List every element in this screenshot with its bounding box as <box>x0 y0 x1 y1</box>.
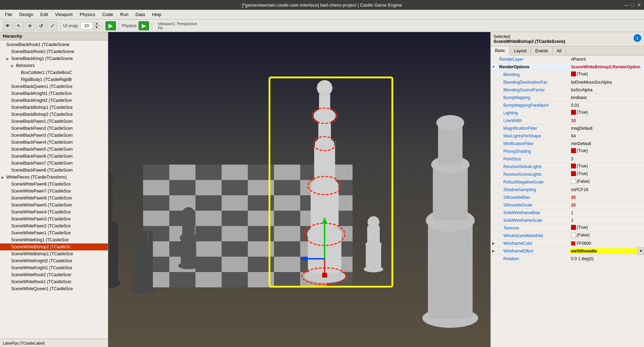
snap-up[interactable]: ▲ <box>94 22 99 26</box>
prop-row-6[interactable]: LineWidth10 <box>491 117 644 125</box>
tab-layout[interactable]: Layout <box>510 46 531 55</box>
renderoptions-expander[interactable]: ▼ <box>491 65 496 69</box>
prop-row-renderlayer[interactable]: RenderLayer rlParent <box>491 55 644 63</box>
minimize-button[interactable]: — <box>624 2 629 8</box>
prop-row-11[interactable]: PointSize3 <box>491 155 644 163</box>
prop-row-16[interactable]: SilhouetteBias20 <box>491 194 644 201</box>
hierarchy-item-19[interactable]: ▶WhitePieces (TCastleTransform) <box>0 174 108 181</box>
menu-edit[interactable]: Edit <box>37 11 51 18</box>
hierarchy-tree[interactable]: SceneBlackRook1 (TCastleSceneSceneBlackR… <box>0 40 108 339</box>
info-icon-button[interactable]: i <box>634 34 641 42</box>
snap-down[interactable]: ▼ <box>94 26 99 30</box>
hierarchy-item-9[interactable]: SceneBlackBishop1 (TCastleSce <box>0 104 108 111</box>
hierarchy-item-25[interactable]: SceneWhitePawn3 (TCastleSce <box>0 216 108 222</box>
hierarchy-item-31[interactable]: SceneWhiteKnight2 (TCastleSce <box>0 257 108 264</box>
properties-panel: Selected: SceneWhiteBishop2 (TCastleScen… <box>490 32 644 347</box>
hierarchy-item-27[interactable]: SceneWhitePawn1 (TCastleSce <box>0 229 108 236</box>
hierarchy-item-7[interactable]: SceneBlackKnight1 (TCastleSce <box>0 90 108 97</box>
hierarchy-item-35[interactable]: SceneWhiteQueen1 (TCastleSce <box>0 285 108 292</box>
tab-basic[interactable]: Basic <box>491 46 510 55</box>
prop-row-10[interactable]: PhongShading (True) <box>491 148 644 155</box>
svg-rect-3 <box>169 165 195 180</box>
menu-help[interactable]: Help <box>148 11 165 18</box>
rotate-button[interactable]: ↺ <box>36 21 46 30</box>
hierarchy-item-3[interactable]: ▶Behaviors <box>0 62 108 69</box>
prop-row-20[interactable]: Textures (True) <box>491 224 644 232</box>
scale-button[interactable]: ⤢ <box>47 21 57 30</box>
hierarchy-item-6[interactable]: SceneBlackQueen1 (TCastleSce <box>0 83 108 90</box>
physics-play-button[interactable]: ▶ <box>139 21 149 30</box>
hierarchy-item-18[interactable]: SceneBlackPawn8 (TCastleScen <box>0 167 108 174</box>
maximize-button[interactable]: □ <box>631 2 634 8</box>
prop-name-5: Lighting <box>496 110 570 116</box>
hierarchy-item-4[interactable]: BoxCollider1 (TCastleBoxC <box>0 69 108 76</box>
eye-button[interactable]: 👁 <box>3 21 13 30</box>
menu-file[interactable]: File <box>1 11 16 18</box>
hierarchy-item-26[interactable]: SceneWhitePawn2 (TCastleSce <box>0 222 108 229</box>
prop-row-21[interactable]: WholeSceneManifold (False) <box>491 232 644 240</box>
prop-row-2[interactable]: BlendingSourceFactorbsSrcAlpha <box>491 86 644 94</box>
hierarchy-item-32[interactable]: SceneWhiteKnight1 (TCastleSce <box>0 264 108 271</box>
hierarchy-item-0[interactable]: SceneBlackRook1 (TCastleScene <box>0 41 108 48</box>
close-button[interactable]: ✕ <box>637 2 641 8</box>
hierarchy-item-8[interactable]: SceneBlackKnight2 (TCastleSce <box>0 97 108 104</box>
prop-row-13[interactable]: ReceiveSceneLights (True) <box>491 171 644 178</box>
hierarchy-item-17[interactable]: SceneBlackPawn7 (TCastleScen <box>0 160 108 167</box>
hierarchy-item-23[interactable]: SceneWhitePawn5 (TCastleScer <box>0 202 108 209</box>
prop-row-19[interactable]: SolidWireframeScale1 <box>491 217 644 224</box>
prop-row-7[interactable]: MagnificationFiltermagDefault <box>491 125 644 132</box>
prop-row-0[interactable]: Blending (True) <box>491 71 644 78</box>
prop-tree[interactable]: RenderLayer rlParent ▼ RenderOptions Sce… <box>491 55 644 347</box>
prop-row-1[interactable]: BlendingDestinationFacbdOneMinusSrcAlpha <box>491 78 644 86</box>
menu-code[interactable]: Code <box>99 11 117 18</box>
prop-row-9[interactable]: MinificationFilterminDefault <box>491 140 644 148</box>
hierarchy-item-30[interactable]: SceneWhiteBishop1 (TCastleSce <box>0 250 108 257</box>
viewport-panel[interactable] <box>108 32 490 347</box>
prop-row-renderoptions[interactable]: ▼ RenderOptions SceneWhiteBishop2.Render… <box>491 63 644 71</box>
hierarchy-item-12[interactable]: SceneBlackPawn2 (TCastleScen <box>0 125 108 132</box>
hierarchy-item-20[interactable]: SceneWhitePawn8 (TCastleSce <box>0 181 108 188</box>
prop-row-4[interactable]: BumpMappingParallaxH0.01 <box>491 101 644 109</box>
prop-row-22[interactable]: ▶WireframeColorFF0600 <box>491 240 644 247</box>
prop-expander-23[interactable]: ▶ <box>491 249 496 253</box>
menu-data[interactable]: Data <box>132 11 148 18</box>
hierarchy-item-34[interactable]: SceneWhiteRook1 (TCastleScer <box>0 278 108 285</box>
menu-run[interactable]: Run <box>117 11 132 18</box>
menu-physics[interactable]: Physics <box>76 11 99 18</box>
move-button[interactable]: ✛ <box>25 21 35 30</box>
snap-input[interactable]: 10 <box>80 22 93 30</box>
menu-viewport[interactable]: Viewport <box>52 11 76 18</box>
hierarchy-item-1[interactable]: SceneBlackRook2 (TCastleScene <box>0 48 108 55</box>
prop-row-14[interactable]: RobustNegativeScale (False) <box>491 178 644 186</box>
prop-row-12[interactable]: ReceiveGlobalLights (True) <box>491 163 644 171</box>
hierarchy-item-21[interactable]: SceneWhitePawn7 (TCastleSce <box>0 188 108 195</box>
hierarchy-item-33[interactable]: SceneWhiteRook2 (TCastleScer <box>0 271 108 278</box>
hierarchy-item-10[interactable]: SceneBlackBishop2 (TCastleSce <box>0 111 108 118</box>
prop-row-18[interactable]: SolidWireframeBias1 <box>491 209 644 217</box>
hierarchy-item-11[interactable]: SceneBlackPawn1 (TCastleScen <box>0 118 108 125</box>
prop-row-5[interactable]: Lighting (True) <box>491 109 644 117</box>
dropdown-arrow[interactable]: ▼ <box>638 248 644 255</box>
play-button[interactable]: ▶ <box>105 21 116 30</box>
pointer-button[interactable]: ↖ <box>14 21 24 30</box>
hierarchy-item-5[interactable]: RigidBody1 (TCastleRigidB <box>0 76 108 83</box>
prop-row-3[interactable]: BumpMappingbmBasic <box>491 94 644 101</box>
hierarchy-item-15[interactable]: SceneBlackPawn5 (TCastleScen <box>0 146 108 153</box>
tab-events[interactable]: Events <box>531 46 553 55</box>
prop-row-17[interactable]: SilhouetteScale20 <box>491 201 644 209</box>
hierarchy-item-14[interactable]: SceneBlackPawn4 (TCastleScen <box>0 139 108 146</box>
hierarchy-item-2[interactable]: ▶SceneBlackKing1 (TCastleScene <box>0 55 108 62</box>
prop-row-15[interactable]: ShadowSamplingssPCF16 <box>491 186 644 194</box>
hierarchy-item-22[interactable]: SceneWhitePawn6 (TCastleScer <box>0 195 108 202</box>
hierarchy-item-28[interactable]: SceneWhiteKing1 (TCastleSce <box>0 236 108 243</box>
tab-all[interactable]: All <box>553 46 566 55</box>
prop-row-24[interactable]: Rotation0 0 1 deg(0) <box>491 255 644 263</box>
hierarchy-item-13[interactable]: SceneBlackPawn3 (TCastleScen <box>0 132 108 139</box>
hierarchy-item-16[interactable]: SceneBlackPawn6 (TCastleScen <box>0 153 108 160</box>
prop-row-23[interactable]: ▶WireframeEffectweSilhouette▼ <box>491 247 644 255</box>
hierarchy-item-24[interactable]: SceneWhitePawn4 (TCastleSce <box>0 209 108 216</box>
hierarchy-item-29[interactable]: SceneWhiteBishop2 (TCastleSc <box>0 243 108 250</box>
prop-row-8[interactable]: MaxLightsPerShape64 <box>491 132 644 140</box>
prop-expander-22[interactable]: ▶ <box>491 241 496 245</box>
menu-design[interactable]: Design <box>16 11 37 18</box>
